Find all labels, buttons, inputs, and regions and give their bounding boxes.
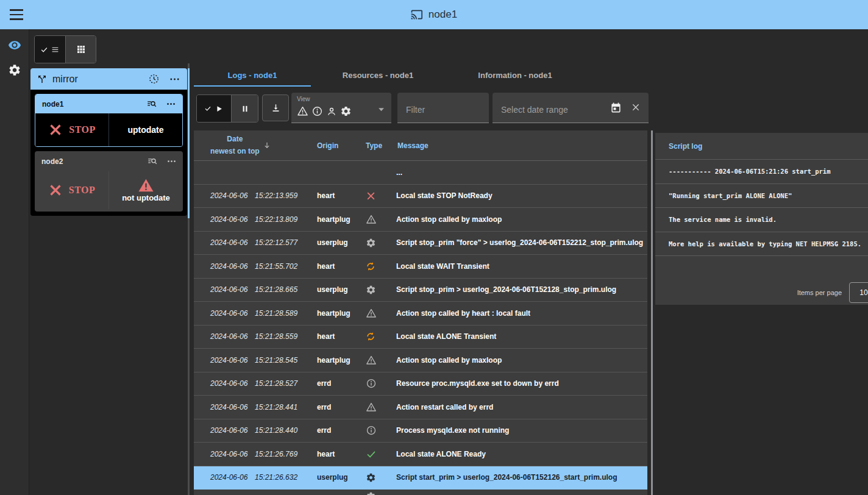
log-message: Process mysqld.exe not running: [390, 426, 647, 435]
log-row[interactable]: 2024-06-0615:21:55.702heartLocal state W…: [194, 255, 647, 279]
pause-button[interactable]: [231, 95, 258, 122]
check-icon: [40, 46, 48, 54]
calendar-icon[interactable]: [610, 102, 622, 113]
log-row[interactable]: 2024-06-0615:21:28.527errdResource proc.…: [194, 372, 647, 396]
node1-name: node1: [42, 100, 63, 109]
node1-header: node1: [35, 94, 182, 113]
sort-by-date-header[interactable]: Date newest on top: [210, 134, 317, 157]
date-range-field: [493, 93, 649, 123]
tab-resources[interactable]: Resources - node1: [311, 63, 445, 87]
tab-information[interactable]: Information - node1: [445, 63, 585, 87]
node2-sync-label: not uptodate: [122, 193, 170, 202]
log-type-ready-icon: [366, 449, 390, 460]
more-options-icon[interactable]: [167, 160, 176, 163]
script-log-line: More help is available by typing NET HEL…: [655, 232, 868, 257]
log-type-info-icon: [366, 425, 390, 436]
log-origin: heart: [317, 191, 366, 200]
node2-sync: not uptodate: [108, 171, 183, 209]
tab-bar: Logs - node1 Resources - node1 Informati…: [194, 63, 647, 87]
log-time: 15:21:28.589: [255, 309, 317, 318]
log-row[interactable]: ...: [194, 161, 647, 185]
log-row[interactable]: 2024-06-0615:21:28.441errdAction restart…: [194, 396, 647, 419]
message-column-label: Message: [390, 141, 647, 150]
log-row[interactable]: [194, 490, 647, 495]
log-type-script-icon: [366, 472, 390, 483]
node-card-node1[interactable]: node1 STOP uptodate: [35, 94, 183, 147]
script-log-lines: ----------- 2024-06-06T15:21:26 start_pr…: [655, 160, 868, 256]
log-type-script-icon: [366, 285, 390, 295]
cluster-panel: mirror node1 STOP: [30, 68, 187, 216]
manage-search-icon[interactable]: [147, 156, 158, 167]
node1-sync-label: uptodate: [127, 125, 163, 135]
log-time: 15:21:55.702: [255, 262, 317, 271]
node2-body: STOP not uptodate: [35, 171, 183, 212]
log-origin: heartplug: [317, 356, 366, 365]
list-view-button[interactable]: [35, 36, 65, 63]
log-row[interactable]: 2024-06-0615:22:13.959heartLocal state S…: [194, 185, 647, 208]
manage-search-icon[interactable]: [146, 99, 157, 110]
log-type-warning-icon: [366, 402, 390, 413]
cluster-panel-header: mirror: [30, 68, 187, 90]
pagination-footer: Items per page 10: [655, 281, 868, 304]
tab-logs[interactable]: Logs - node1: [194, 63, 311, 87]
node-card-node2[interactable]: node2 STOP not uptodate: [35, 151, 183, 212]
origin-column-label: Origin: [317, 141, 366, 150]
log-message: Script stop_prim > userlog_2024-06-06T15…: [390, 285, 647, 294]
log-follow-toggle: [196, 94, 258, 123]
grid-view-button[interactable]: [65, 36, 96, 63]
log-message: Action stop called by maxloop: [390, 215, 647, 224]
date-column-label: Date: [210, 134, 260, 145]
log-row[interactable]: 2024-06-0615:21:28.559heartLocal state A…: [194, 326, 647, 349]
view-filter-dropdown[interactable]: View: [291, 93, 391, 123]
log-date: 2024-06-06: [210, 191, 255, 200]
settings-icon[interactable]: [8, 63, 21, 77]
schedule-icon[interactable]: [148, 73, 160, 85]
clear-date-icon[interactable]: [631, 102, 641, 112]
log-date: 2024-06-06: [210, 285, 255, 294]
log-message: Script start_prim > userlog_2024-06-06T1…: [390, 473, 647, 482]
view-filter-label: View: [297, 96, 310, 102]
log-origin: errd: [317, 379, 366, 388]
log-row[interactable]: 2024-06-0615:21:28.589heartplugAction st…: [194, 302, 647, 326]
log-date: 2024-06-06: [210, 238, 255, 247]
play-button[interactable]: [197, 95, 231, 122]
log-row[interactable]: 2024-06-0615:21:28.665userplugScript sto…: [194, 279, 647, 302]
filter-field: [397, 93, 489, 123]
log-time: 15:21:26.769: [255, 450, 317, 458]
download-logs-button[interactable]: [262, 94, 289, 121]
more-options-icon[interactable]: [169, 77, 180, 81]
date-sort-sublabel: newest on top: [210, 146, 260, 157]
log-message: Action stop called by maxloop: [390, 356, 647, 365]
logs-scrollbar[interactable]: [651, 130, 653, 495]
more-options-icon[interactable]: [166, 102, 176, 105]
log-time: 15:21:28.440: [255, 426, 317, 435]
log-type-warning-icon: [366, 355, 390, 366]
log-row[interactable]: 2024-06-0615:21:28.545heartplugAction st…: [194, 349, 647, 372]
script-log-title: Script log: [655, 133, 868, 160]
log-table: Date newest on top Origin Type Message .…: [194, 130, 647, 495]
log-time: 15:21:28.545: [255, 356, 317, 365]
log-row[interactable]: 2024-06-0615:21:26.769heartLocal state A…: [194, 443, 647, 466]
log-date: 2024-06-06: [210, 379, 255, 388]
node2-state-label: STOP: [69, 185, 96, 196]
node1-state-label: STOP: [69, 124, 96, 135]
date-range-input[interactable]: [493, 93, 596, 123]
download-icon: [271, 103, 281, 113]
log-origin: userplug: [317, 238, 366, 247]
log-row[interactable]: 2024-06-0615:21:26.632userplugScript sta…: [194, 466, 647, 490]
log-time: 15:21:28.665: [255, 285, 317, 294]
cast-icon: [411, 9, 423, 21]
log-row[interactable]: 2024-06-0615:22:13.809heartplugAction st…: [194, 208, 647, 232]
log-message: Local state WAIT Transient: [390, 262, 647, 271]
log-message: Action stop called by heart : local faul…: [390, 309, 647, 318]
log-row[interactable]: 2024-06-0615:22:12.577userplugScript sto…: [194, 232, 647, 255]
left-scrollbar-thumb[interactable]: [188, 68, 190, 218]
log-origin: heart: [317, 450, 366, 458]
items-per-page-select[interactable]: 10: [849, 282, 868, 303]
log-row[interactable]: 2024-06-0615:21:28.440errdProcess mysqld…: [194, 419, 647, 443]
visibility-icon[interactable]: [8, 38, 21, 52]
warning-triangle-icon: [138, 178, 154, 193]
filter-input[interactable]: [397, 93, 489, 123]
menu-icon[interactable]: [9, 7, 29, 22]
log-table-header: Date newest on top Origin Type Message: [194, 130, 647, 161]
